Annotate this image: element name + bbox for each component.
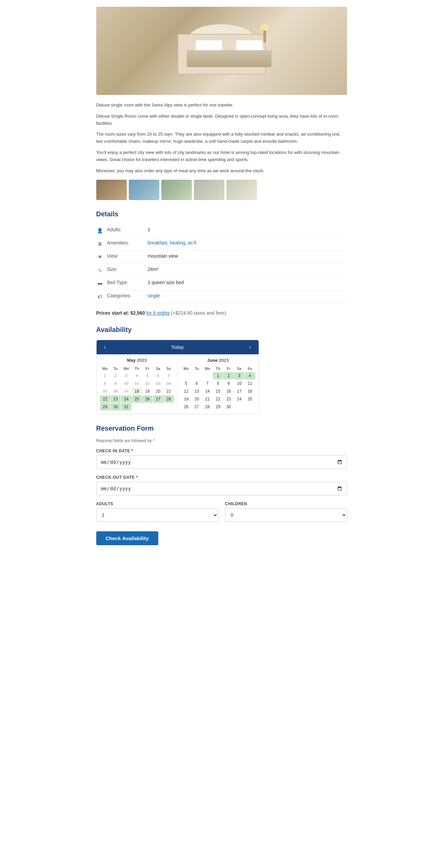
may-day-16[interactable]: 16 [110,388,121,395]
may-day-17[interactable]: 17 [121,388,131,395]
may-day-9[interactable]: 9 [110,380,121,387]
amenity-breakfast-link[interactable]: breakfast [148,240,167,245]
may-day-7[interactable]: 7 [164,372,174,379]
june-header: June 2023 [181,358,255,363]
may-dow-su: Su [164,366,174,372]
may-day-30[interactable]: 30 [110,403,121,411]
size-label: Size: [107,267,148,272]
amenity-heating-link[interactable]: heating [170,240,185,245]
june-day-30[interactable]: 30 [223,403,234,411]
may-day-3[interactable]: 3 [121,372,131,379]
june-day-9[interactable]: 9 [223,380,234,387]
may-day-29[interactable]: 29 [100,403,110,411]
may-day-12[interactable]: 12 [142,380,153,387]
adults-value: 1 [148,227,150,232]
june-day-28[interactable]: 28 [202,403,213,411]
june-day-5[interactable]: 5 [181,380,191,387]
category-single-link[interactable]: single [148,293,160,298]
may-day-22[interactable]: 22 [100,395,110,403]
thumbnail-2[interactable] [129,180,159,200]
june-day-3[interactable]: 3 [234,372,244,379]
june-day-1[interactable]: 1 [213,372,223,379]
children-select[interactable]: 0 1 2 3 [225,508,347,522]
may-day-23[interactable]: 23 [110,395,121,403]
thumbnail-3[interactable] [161,180,192,200]
may-day-6[interactable]: 6 [153,372,163,379]
may-day-26[interactable]: 26 [142,395,153,403]
june-day-8[interactable]: 8 [213,380,223,387]
may-dow-we: We [121,366,131,372]
check-availability-button[interactable]: Check Availability [96,531,158,545]
may-day-15[interactable]: 15 [100,388,110,395]
june-day-20[interactable]: 20 [192,395,202,403]
thumbnail-4[interactable] [194,180,224,200]
june-day-26[interactable]: 26 [181,403,191,411]
amenities-value: breakfast, heating, wi-fi [148,240,197,245]
june-day-13[interactable]: 13 [192,388,202,395]
june-day-7[interactable]: 7 [202,380,213,387]
calendar-may: May 2023 Mo Tu We Th Fr Sa Su 1 2 3 4 5 … [97,354,178,414]
june-grid: Mo Tu We Th Fr Sa Su 1 2 3 4 5 6 7 8 9 [181,366,255,411]
june-day-27[interactable]: 27 [192,403,202,411]
may-day-25[interactable]: 25 [132,395,142,403]
june-day-29[interactable]: 29 [213,403,223,411]
adults-form-label: ADULTS [96,501,218,506]
june-day-17[interactable]: 17 [234,388,244,395]
amenities-label: Amenities: [107,240,148,245]
may-day-10[interactable]: 10 [121,380,131,387]
view-value: mountain view [148,253,178,259]
may-day-1[interactable]: 1 [100,372,110,379]
june-dow-th: Th [213,366,223,372]
june-dow-su: Su [245,366,255,372]
june-empty-3 [202,372,213,379]
calendar-next-button[interactable]: › [247,343,253,351]
june-day-21[interactable]: 21 [202,395,213,403]
june-day-12[interactable]: 12 [181,388,191,395]
may-day-31[interactable]: 31 [121,403,131,411]
size-value: 24m² [148,267,159,272]
may-day-5[interactable]: 5 [142,372,153,379]
may-day-11[interactable]: 11 [132,380,142,387]
june-day-14[interactable]: 14 [202,388,213,395]
categories-value: single [148,293,160,298]
may-day-21[interactable]: 21 [164,388,174,395]
may-day-13[interactable]: 13 [153,380,163,387]
may-day-20[interactable]: 20 [153,388,163,395]
thumbnail-5[interactable] [226,180,257,200]
june-day-19[interactable]: 19 [181,395,191,403]
june-day-2[interactable]: 2 [223,372,234,379]
june-day-6[interactable]: 6 [192,380,202,387]
may-day-14[interactable]: 14 [164,380,174,387]
may-day-8[interactable]: 8 [100,380,110,387]
may-day-24[interactable]: 24 [121,395,131,403]
room-desc-2: Deluxe Single Room come with either doub… [96,113,347,127]
june-name: June [207,358,218,363]
may-day-18[interactable]: 18 [132,388,142,395]
calendar-prev-button[interactable]: ‹ [102,343,108,351]
checkout-date-input[interactable] [96,482,347,495]
thumbnail-1[interactable] [96,180,127,200]
adults-select[interactable]: 1 2 3 4 [96,508,218,522]
may-day-2[interactable]: 2 [110,372,121,379]
price-nights-link[interactable]: for 8 nights [146,310,169,316]
may-dow-fr: Fr [142,366,153,372]
may-day-27[interactable]: 27 [153,395,163,403]
june-day-24[interactable]: 24 [234,395,244,403]
june-day-16[interactable]: 16 [223,388,234,395]
june-day-4[interactable]: 4 [245,372,255,379]
may-day-4[interactable]: 4 [132,372,142,379]
june-day-25[interactable]: 25 [245,395,255,403]
detail-categories: 🏷 Categories: single [96,290,347,303]
may-grid: Mo Tu We Th Fr Sa Su 1 2 3 4 5 6 7 8 9 1… [100,366,174,411]
june-day-22[interactable]: 22 [213,395,223,403]
june-day-15[interactable]: 15 [213,388,223,395]
june-day-18[interactable]: 18 [245,388,255,395]
checkin-date-input[interactable] [96,455,347,469]
amenity-wifi-link[interactable]: wi-fi [188,240,197,245]
june-day-11[interactable]: 11 [245,380,255,387]
calendar-today-label: Today [171,344,184,350]
may-day-19[interactable]: 19 [142,388,153,395]
june-day-10[interactable]: 10 [234,380,244,387]
may-day-28[interactable]: 28 [164,395,174,403]
june-day-23[interactable]: 23 [223,395,234,403]
